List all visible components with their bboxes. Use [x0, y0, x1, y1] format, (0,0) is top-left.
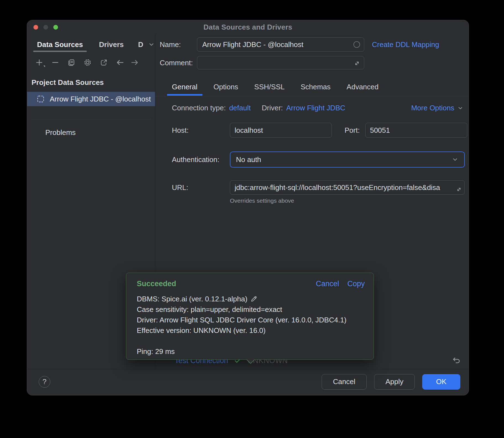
driver-value-link[interactable]: Arrow Flight JDBC [286, 104, 345, 112]
connection-type-label: Connection type: [172, 104, 226, 112]
create-ddl-mapping-link[interactable]: Create DDL Mapping [372, 40, 439, 49]
ping-line: Ping: 29 ms [137, 346, 365, 357]
revert-icon[interactable] [452, 356, 461, 365]
tab-drivers[interactable]: Drivers [95, 36, 128, 53]
minimize-window-button[interactable] [43, 25, 48, 30]
duplicate-icon[interactable] [67, 58, 75, 67]
tab-truncated[interactable]: D [138, 40, 143, 49]
host-label: Host: [172, 126, 230, 135]
authentication-select[interactable]: No auth [230, 152, 465, 168]
chevron-down-icon [457, 105, 464, 111]
close-window-button[interactable] [33, 25, 38, 30]
window-title: Data Sources and Drivers [203, 23, 292, 32]
title-bar: Data Sources and Drivers [27, 20, 469, 34]
popup-copy-link[interactable]: Copy [347, 280, 365, 288]
data-sources-dialog: Data Sources and Drivers Data Sources Dr… [27, 20, 469, 395]
host-field[interactable] [230, 123, 332, 138]
cancel-button[interactable]: Cancel [322, 374, 367, 390]
tab-data-sources[interactable]: Data Sources [33, 36, 87, 53]
url-input[interactable] [235, 183, 452, 192]
url-field[interactable] [230, 180, 465, 195]
ok-button[interactable]: OK [422, 374, 460, 390]
port-input[interactable] [370, 126, 463, 135]
test-connection-popup: Succeeded Cancel Copy DBMS: Spice.ai (ve… [126, 273, 374, 360]
name-input[interactable] [202, 40, 350, 49]
host-input[interactable] [235, 126, 327, 135]
add-icon[interactable] [35, 58, 43, 67]
expand-icon[interactable] [353, 60, 361, 67]
remove-icon[interactable] [51, 58, 59, 67]
tab-schemas[interactable]: Schemas [301, 79, 330, 95]
forward-icon[interactable] [130, 58, 139, 67]
settings-tabs: General Options SSH/SSL Schemas Advanced [155, 79, 469, 97]
driver-label: Driver: [262, 104, 283, 112]
tab-general[interactable]: General [172, 79, 198, 95]
name-field[interactable] [197, 37, 364, 52]
apply-button[interactable]: Apply [374, 374, 415, 390]
driver-info-line: Driver: Arrow Flight SQL JDBC Driver Cor… [137, 315, 365, 325]
connection-type-value-link[interactable]: default [229, 104, 251, 112]
status-succeeded-label: Succeeded [137, 280, 176, 288]
dbms-info-line: DBMS: Spice.ai (ver. 0.12.1-alpha) [137, 294, 247, 304]
sidebar-divider [31, 119, 151, 119]
window-controls [33, 25, 58, 30]
url-overrides-note: Overrides settings above [230, 197, 465, 204]
popup-cancel-link[interactable]: Cancel [316, 280, 339, 288]
sidebar-item-problems[interactable]: Problems [27, 126, 155, 139]
open-in-new-icon[interactable] [100, 58, 108, 67]
case-sensitivity-line: Case sensitivity: plain=upper, delimited… [137, 304, 365, 315]
url-label: URL: [172, 183, 230, 192]
chevron-down-icon [452, 156, 459, 163]
port-label: Port: [345, 126, 360, 135]
comment-field[interactable] [197, 56, 364, 69]
pencil-icon[interactable] [250, 295, 258, 303]
comment-label: Comment: [160, 59, 197, 67]
authentication-label: Authentication: [172, 155, 230, 164]
project-data-sources-heading: Project Data Sources [27, 71, 155, 92]
more-options-link[interactable]: More Options [411, 104, 465, 112]
authentication-value: No auth [236, 155, 261, 164]
dialog-footer: ? Cancel Apply OK [27, 369, 469, 395]
tab-advanced[interactable]: Advanced [347, 79, 379, 95]
back-icon[interactable] [116, 58, 124, 67]
tab-options[interactable]: Options [214, 79, 238, 95]
tab-ssh-ssl[interactable]: SSH/SSL [254, 79, 285, 95]
expand-icon[interactable] [456, 186, 462, 193]
name-label: Name: [160, 40, 197, 49]
port-field[interactable] [365, 123, 467, 138]
settings-gear-icon[interactable] [83, 58, 92, 67]
comment-input[interactable] [202, 59, 350, 67]
help-icon[interactable]: ? [39, 376, 50, 388]
zoom-window-button[interactable] [53, 25, 58, 30]
sidebar-toolbar [27, 53, 155, 71]
effective-version-line: Effective version: UNKNOWN (ver. 16.0) [137, 325, 365, 336]
chevron-down-icon[interactable] [148, 41, 155, 48]
progress-circle-icon [353, 41, 360, 48]
sidebar-tabs: Data Sources Drivers D [27, 34, 155, 53]
data-source-list-item[interactable]: Arrow Flight JDBC - @localhost [27, 92, 155, 106]
database-dashed-icon [36, 95, 45, 103]
data-source-name: Arrow Flight JDBC - @localhost [50, 95, 151, 103]
